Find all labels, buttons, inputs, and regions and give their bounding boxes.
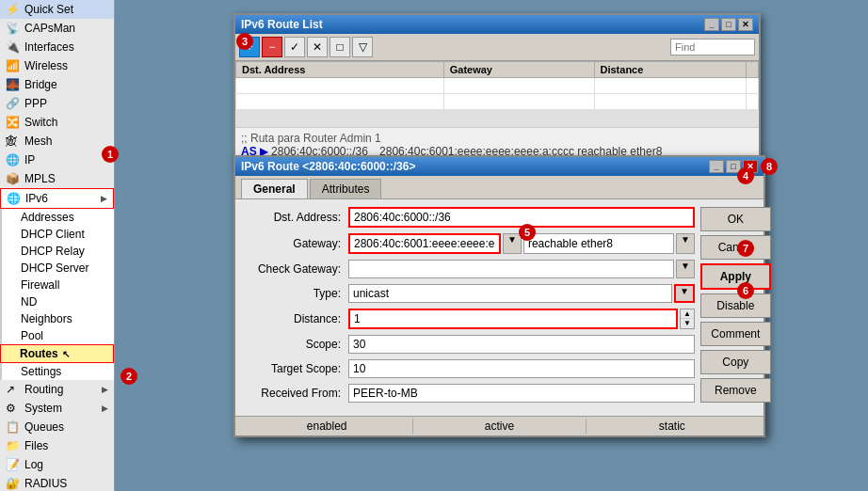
ipv6-route-list-window: IPv6 Route List _ □ ✕ + − ✓ ✕ □ ▽ Dst. A… xyxy=(233,13,761,164)
sidebar-item-system[interactable]: ⚙ System ▶ xyxy=(0,399,114,418)
ok-button[interactable]: OK xyxy=(700,207,771,231)
route-list-minimize-btn[interactable]: _ xyxy=(704,18,719,31)
sidebar-item-capsman[interactable]: 📡 CAPsMan xyxy=(0,19,114,38)
sidebar-label-files: Files xyxy=(24,439,48,452)
comment-button[interactable]: Comment xyxy=(700,322,771,346)
submenu-item-nd[interactable]: ND xyxy=(0,293,114,310)
route-list-close-btn[interactable]: ✕ xyxy=(738,18,753,31)
sidebar-item-bridge[interactable]: 🌉 Bridge xyxy=(0,75,114,94)
submenu-label-nd: ND xyxy=(21,295,37,309)
ipv6-route-edit-window: IPv6 Route <2806:40c:6000::/36> _ □ ✕ Ge… xyxy=(233,155,765,437)
submenu-item-neighbors[interactable]: Neighbors xyxy=(0,310,114,327)
received-from-input[interactable] xyxy=(348,384,695,403)
check-gateway-label: Check Gateway: xyxy=(245,262,348,276)
gateway-dropdown-btn[interactable]: ▼ xyxy=(503,233,522,254)
sidebar-item-routing[interactable]: ↗ Routing ▶ xyxy=(0,380,114,399)
sidebar-item-mesh[interactable]: 🕸 Mesh xyxy=(0,132,114,150)
submenu-item-settings[interactable]: Settings xyxy=(0,363,114,380)
sidebar-item-radius[interactable]: 🔐 RADIUS xyxy=(0,474,114,491)
route-table: Dst. Address Gateway Distance xyxy=(235,61,759,110)
distance-spinner[interactable]: ▲ ▼ xyxy=(680,309,695,329)
submenu-label-neighbors: Neighbors xyxy=(21,312,72,325)
sidebar-label-ipv6: IPv6 xyxy=(25,192,48,205)
cancel-button[interactable]: Cancel xyxy=(700,235,771,260)
routes-cursor: ↖ xyxy=(62,349,70,359)
sidebar-label-bridge: Bridge xyxy=(24,78,57,91)
gateway-input[interactable] xyxy=(348,233,501,254)
system-expand-arrow: ▶ xyxy=(102,404,108,413)
route-list-titlebar[interactable]: IPv6 Route List _ □ ✕ xyxy=(235,15,759,34)
apply-button[interactable]: Apply xyxy=(700,263,771,290)
route-list-filter-btn[interactable]: ▽ xyxy=(352,37,373,57)
ppp-icon: 🔗 xyxy=(6,97,21,110)
distance-spin-up[interactable]: ▲ xyxy=(681,309,694,319)
route-list-toolbar: + − ✓ ✕ □ ▽ xyxy=(235,34,759,61)
form-row-type: Type: ▼ xyxy=(245,284,695,303)
route-list-maximize-btn[interactable]: □ xyxy=(721,18,736,31)
submenu-item-dhcp-server[interactable]: DHCP Server xyxy=(0,260,114,277)
badge-3: 3 xyxy=(236,33,253,50)
gateway-input2[interactable] xyxy=(523,233,674,254)
submenu-item-firewall[interactable]: Firewall xyxy=(0,277,114,293)
check-gateway-input[interactable] xyxy=(348,260,674,278)
route-edit-titlebar[interactable]: IPv6 Route <2806:40c:6000::/36> _ □ ✕ xyxy=(235,157,764,176)
sidebar-item-mpls[interactable]: 📦 MPLS xyxy=(0,169,114,188)
sidebar-label-quick-set: Quick Set xyxy=(24,3,73,16)
sidebar-item-ipv6[interactable]: 🌐 IPv6 ▶ xyxy=(0,188,114,209)
submenu-item-pool[interactable]: Pool xyxy=(0,327,114,344)
route-col-gateway: Gateway xyxy=(443,62,594,78)
received-from-label: Received From: xyxy=(245,387,348,400)
badge-2: 2 xyxy=(121,368,137,385)
distance-label: Distance: xyxy=(245,312,348,325)
check-gateway-dropdown[interactable]: ▼ xyxy=(676,260,695,278)
check-gateway-input-group: ▼ xyxy=(348,260,695,278)
table-row xyxy=(236,94,759,110)
route-list-square-btn[interactable]: □ xyxy=(330,37,350,57)
routing-icon: ↗ xyxy=(6,383,21,396)
sidebar-item-wireless[interactable]: 📶 Wireless xyxy=(0,56,114,75)
sidebar-label-mesh: Mesh xyxy=(24,135,52,148)
scope-label: Scope: xyxy=(245,338,348,351)
distance-input[interactable] xyxy=(348,309,678,329)
type-dropdown[interactable]: ▼ xyxy=(674,284,695,303)
form-row-gateway: Gateway: ▼ ▼ xyxy=(245,233,695,254)
sidebar-item-ip[interactable]: 🌐 IP xyxy=(0,150,114,169)
scope-input[interactable] xyxy=(348,335,695,354)
disable-button[interactable]: Disable xyxy=(700,293,771,318)
sidebar-item-queues[interactable]: 📋 Queues xyxy=(0,418,114,436)
sidebar-item-files[interactable]: 📁 Files xyxy=(0,436,114,455)
sidebar-item-interfaces[interactable]: 🔌 Interfaces xyxy=(0,38,114,56)
route-list-check-btn[interactable]: ✓ xyxy=(284,37,305,57)
tab-attributes[interactable]: Attributes xyxy=(310,179,382,198)
distance-input-group: ▲ ▼ xyxy=(348,309,695,329)
route-edit-title: IPv6 Route <2806:40c:6000::/36> xyxy=(241,160,415,173)
copy-button[interactable]: Copy xyxy=(700,350,771,374)
badge-6: 6 xyxy=(737,282,754,299)
mpls-icon: 📦 xyxy=(6,172,21,185)
quick-set-icon: ⚡ xyxy=(6,3,21,16)
route-table-container: Dst. Address Gateway Distance xyxy=(235,61,759,127)
remove-button[interactable]: Remove xyxy=(700,378,771,403)
submenu-item-addresses[interactable]: Addresses xyxy=(0,209,114,226)
submenu-item-routes[interactable]: Routes ↖ xyxy=(0,344,114,363)
submenu-label-pool: Pool xyxy=(21,329,43,342)
sidebar-label-ppp: PPP xyxy=(24,97,47,110)
sidebar-item-quick-set[interactable]: ⚡ Quick Set xyxy=(0,0,114,19)
submenu-item-dhcp-relay[interactable]: DHCP Relay xyxy=(0,243,114,260)
route-list-cancel-btn[interactable]: ✕ xyxy=(307,37,328,57)
sidebar-item-ppp[interactable]: 🔗 PPP xyxy=(0,94,114,113)
submenu-item-dhcp-client[interactable]: DHCP Client xyxy=(0,226,114,243)
route-edit-minimize-btn[interactable]: _ xyxy=(709,160,724,173)
target-scope-input[interactable] xyxy=(348,359,695,378)
route-list-remove-btn[interactable]: − xyxy=(262,37,282,57)
tab-general[interactable]: General xyxy=(241,179,308,198)
submenu-label-firewall: Firewall xyxy=(21,278,59,292)
gateway-dropdown-btn2[interactable]: ▼ xyxy=(676,233,695,254)
sidebar-item-switch[interactable]: 🔀 Switch xyxy=(0,113,114,132)
type-input[interactable] xyxy=(348,284,672,303)
route-edit-status-bar: enabled active static xyxy=(235,416,764,436)
sidebar-item-log[interactable]: 📝 Log xyxy=(0,455,114,474)
distance-spin-down[interactable]: ▼ xyxy=(681,319,694,327)
status-active: active xyxy=(413,419,586,434)
route-list-find-input[interactable] xyxy=(670,39,755,55)
